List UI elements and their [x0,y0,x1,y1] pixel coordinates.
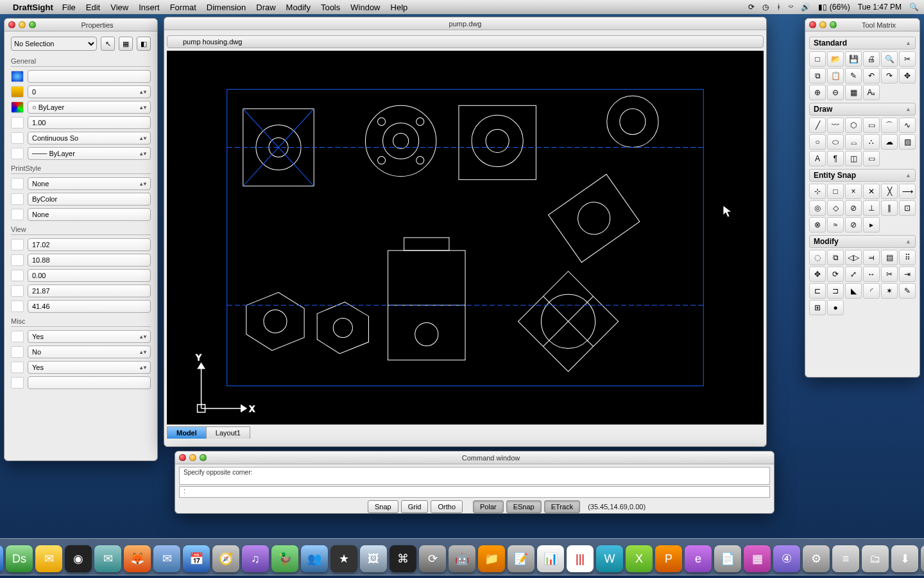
preview-icon[interactable]: 🔍 [881,51,898,67]
print-icon[interactable]: 🖨 [863,51,880,67]
color-field[interactable]: ○ ByLayer▲▼ [28,101,151,114]
snap-ext-icon[interactable]: ⟶ [899,184,916,199]
circle-icon[interactable]: ○ [809,134,826,150]
printstyle-field[interactable]: None▲▼ [28,177,151,190]
group-icon[interactable]: ⊞ [809,300,826,315]
adium-icon[interactable]: 🦆 [271,545,298,572]
snap-perp-icon[interactable]: ⊥ [863,200,880,216]
safari-icon[interactable]: 🧭 [212,545,239,572]
extend-icon[interactable]: ⇥ [899,267,916,282]
mtext-icon[interactable]: ¶ [827,151,844,166]
properties-titlebar[interactable]: Properties [4,19,157,31]
draftsight-icon[interactable]: Ds [6,545,33,572]
toolmatrix-titlebar[interactable]: Tool Matrix [805,19,920,31]
snap-ins-icon[interactable]: ⊡ [899,200,916,216]
view-z[interactable]: 0.00 [28,269,151,282]
toggle-palette-icon[interactable]: ◧ [137,37,151,51]
snap-par-icon[interactable]: ∥ [881,200,898,216]
snap-appint-icon[interactable]: ╳ [881,184,898,199]
erase-icon[interactable]: ◌ [809,250,826,265]
cut-icon[interactable]: ✂ [899,51,916,67]
tab-layout1[interactable]: Layout1 [206,426,250,439]
open-icon[interactable]: 📂 [827,51,844,67]
keynote-icon[interactable]: ▦ [744,545,771,572]
tab-model[interactable]: Model [167,426,207,439]
zoomout-icon[interactable]: ⊖ [827,85,844,100]
etrack-toggle[interactable]: ETrack [544,500,580,513]
redo-icon[interactable]: ↷ [881,68,898,83]
match-icon[interactable]: ✎ [845,68,862,83]
arc-icon[interactable]: ⌒ [881,118,898,133]
view-width[interactable]: 41.46 [28,300,151,313]
dashboard-icon[interactable]: ◉ [65,545,92,572]
draw-section[interactable]: Draw▲ [809,103,916,116]
word-icon[interactable]: W [596,545,623,572]
revision-icon[interactable]: ☁ [881,134,898,150]
sync-icon[interactable]: ⟳ [748,3,755,12]
standard-section[interactable]: Standard▲ [809,37,916,49]
snap-near-icon[interactable]: ≈ [827,217,844,232]
esnap-toggle[interactable]: ESnap [506,500,542,513]
automator-icon[interactable]: 🤖 [449,545,475,572]
documents-stack-icon[interactable]: 🗂 [862,545,889,572]
polar-toggle[interactable]: Polar [473,500,504,513]
ellipsearc-icon[interactable]: ⌓ [845,134,862,150]
menu-view[interactable]: View [110,3,128,12]
doc-inner-titlebar[interactable]: pump housing.dwg [167,35,764,48]
finder-icon[interactable]: ☺ [0,545,3,572]
star-icon[interactable]: ★ [330,545,357,572]
minimize-icon[interactable] [819,21,826,28]
menu-help[interactable]: Help [391,3,408,12]
linetype-field[interactable]: Continuous So▲▼ [28,132,151,144]
point-icon[interactable]: ∴ [863,134,880,150]
edit-icon[interactable]: ✎ [899,283,916,299]
misc-b[interactable]: No▲▼ [28,346,151,358]
chamfer-icon[interactable]: ◣ [845,283,862,299]
zoom-icon[interactable] [830,21,837,28]
snap-toggle[interactable]: Snap [368,500,398,513]
wifi-icon[interactable]: ⌔ [789,3,793,12]
trim-icon[interactable]: ✂ [881,267,898,282]
misc-c[interactable]: Yes▲▼ [28,361,151,374]
select-tool-icon[interactable]: ↖ [101,37,115,51]
join-icon[interactable]: ⊐ [827,283,844,299]
text-icon[interactable]: A [809,151,826,166]
scale-field[interactable]: 1.00 [28,116,151,129]
polygon-icon[interactable]: ⬡ [845,118,862,133]
layers-icon[interactable]: ▦ [845,85,862,100]
clock[interactable]: Tue 1:47 PM [858,3,902,12]
preview-app-icon[interactable]: 🖼 [360,545,387,572]
misc-a[interactable]: Yes▲▼ [28,330,151,343]
rotate-icon[interactable]: ⟳ [827,267,844,282]
zoomin-icon[interactable]: ⊕ [809,85,826,100]
save-icon[interactable]: 💾 [845,51,862,67]
snap-cen-icon[interactable]: ◎ [809,200,826,216]
folder-icon[interactable]: 📁 [478,545,505,572]
copy2-icon[interactable]: ⧉ [827,250,844,265]
props-icon[interactable]: Aₐ [863,85,880,100]
mail-icon[interactable]: ✉ [94,545,121,572]
sysprefs-icon[interactable]: ⚙ [803,545,830,572]
pan-icon[interactable]: ✥ [899,68,916,83]
spaces-icon[interactable]: ④ [773,545,800,572]
spline-icon[interactable]: ∿ [899,118,916,133]
activity-icon[interactable]: ≡ [832,545,859,572]
modify-section[interactable]: Modify▲ [809,235,916,248]
misc-d[interactable] [28,376,151,389]
zoom-icon[interactable] [29,21,36,28]
menu-modify[interactable]: Modify [286,3,311,12]
trash-icon[interactable]: 🗑 [921,545,924,572]
doc-outer-titlebar[interactable]: pump.dwg [164,17,766,30]
entourage-icon[interactable]: e [685,545,712,572]
thunderbird-icon[interactable]: ✉ [153,545,180,572]
mirror-icon[interactable]: ◁▷ [845,250,862,265]
polyline-icon[interactable]: 〰 [827,118,844,133]
block-icon[interactable]: ◫ [845,151,862,166]
terminal-icon[interactable]: ⌘ [389,545,416,572]
minimize-icon[interactable] [19,21,26,28]
hatch-icon[interactable]: ▨ [899,134,916,150]
ellipse-icon[interactable]: ⬭ [827,134,844,150]
copy-icon[interactable]: ⧉ [809,68,826,83]
msn-icon[interactable]: 👥 [301,545,328,572]
note-icon[interactable]: ▭ [863,151,880,166]
